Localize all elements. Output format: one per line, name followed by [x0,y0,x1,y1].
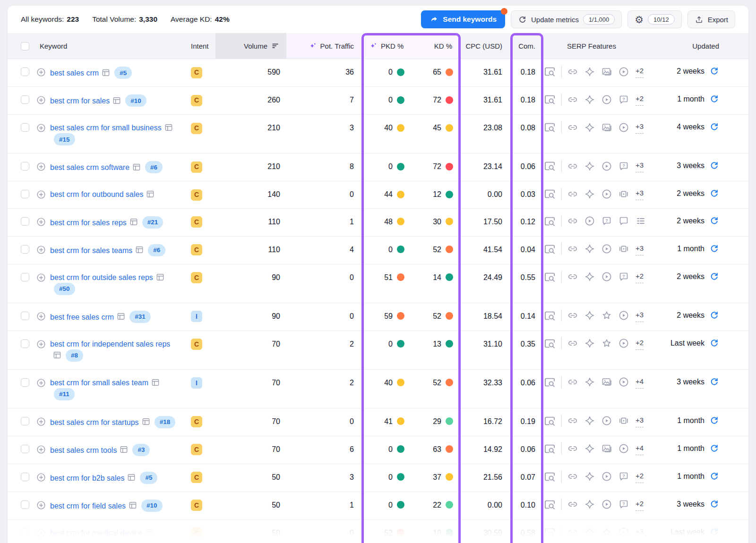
export-button[interactable]: Export [687,10,735,28]
add-keyword-icon[interactable] [36,189,46,200]
row-checkbox[interactable] [21,473,29,481]
row-checkbox[interactable] [21,339,29,348]
refresh-row-icon[interactable] [709,161,719,170]
add-keyword-icon[interactable] [36,339,46,349]
serp-snapshot-icon[interactable] [101,68,111,77]
col-intent[interactable]: Intent [184,33,215,59]
refresh-row-icon[interactable] [709,244,719,254]
send-keywords-button[interactable]: Send keywords [421,10,505,28]
col-kd[interactable]: KD % [411,33,461,59]
keyword-link[interactable]: best sales crm for small business [50,124,162,132]
add-keyword-icon[interactable] [36,416,46,427]
row-checkbox[interactable] [21,528,29,537]
add-keyword-icon[interactable] [36,123,46,133]
add-keyword-icon[interactable] [36,472,46,483]
serp-preview-icon[interactable] [543,442,556,455]
row-checkbox[interactable] [21,68,29,76]
row-checkbox[interactable] [21,417,29,425]
row-checkbox[interactable] [21,501,29,509]
refresh-row-icon[interactable] [709,66,719,76]
keyword-link[interactable]: best free sales crm [50,313,114,321]
add-keyword-icon[interactable] [36,161,46,172]
serp-snapshot-icon[interactable] [127,473,136,482]
serp-preview-icon[interactable] [543,271,556,283]
add-keyword-icon[interactable] [36,378,46,388]
serp-snapshot-icon[interactable] [112,96,121,105]
serp-preview-icon[interactable] [543,376,556,389]
refresh-row-icon[interactable] [709,471,719,481]
keyword-link[interactable]: best sales crm [50,69,99,77]
add-keyword-icon[interactable] [36,444,46,455]
serp-preview-icon[interactable] [543,337,556,350]
refresh-row-icon[interactable] [709,416,719,425]
keyword-link[interactable]: best crm for field sales [50,501,126,509]
serp-preview-icon[interactable] [543,215,556,228]
serp-snapshot-icon[interactable] [119,445,129,454]
col-cpc[interactable]: CPC (USD) [461,33,510,59]
serp-preview-icon[interactable] [543,526,556,539]
row-checkbox[interactable] [21,162,29,170]
keyword-link[interactable]: best crm for sales teams [50,246,132,254]
serp-preview-icon[interactable] [543,415,556,427]
col-volume[interactable]: Volume [215,33,286,59]
serp-preview-icon[interactable] [543,121,556,134]
keyword-link[interactable]: best crm for b2b sales [50,474,124,482]
refresh-row-icon[interactable] [709,94,719,104]
serp-preview-icon[interactable] [543,65,556,78]
serp-snapshot-icon[interactable] [128,501,137,510]
row-checkbox[interactable] [21,95,29,104]
add-keyword-icon[interactable] [36,528,46,538]
serp-snapshot-icon[interactable] [116,312,126,321]
serp-preview-icon[interactable] [543,498,556,511]
refresh-row-icon[interactable] [709,216,719,226]
serp-preview-icon[interactable] [543,243,556,255]
col-updated[interactable]: Updated [636,33,748,59]
serp-snapshot-icon[interactable] [129,217,138,227]
serp-preview-icon[interactable] [543,309,556,322]
keyword-link[interactable]: best crm for medical device [50,529,142,537]
serp-snapshot-icon[interactable] [164,123,173,132]
add-keyword-icon[interactable] [36,67,46,77]
row-checkbox[interactable] [21,378,29,387]
keyword-link[interactable]: best crm for sales [50,97,110,105]
serp-preview-icon[interactable] [543,160,556,172]
row-checkbox[interactable] [21,273,29,281]
refresh-row-icon[interactable] [709,122,719,132]
col-com[interactable]: Com. [510,33,543,59]
serp-snapshot-icon[interactable] [146,189,155,199]
keyword-link[interactable]: best sales crm tools [50,446,117,454]
refresh-row-icon[interactable] [709,310,719,320]
col-keyword[interactable]: Keyword [36,33,184,59]
serp-snapshot-icon[interactable] [151,378,160,387]
keyword-link[interactable]: best crm for independent sales reps [50,340,170,348]
add-keyword-icon[interactable] [36,95,46,105]
serp-snapshot-icon[interactable] [141,417,151,426]
keyword-link[interactable]: best crm for sales reps [50,218,127,226]
serp-snapshot-icon[interactable] [145,528,154,537]
serp-preview-icon[interactable] [543,187,556,200]
row-checkbox[interactable] [21,245,29,254]
keyword-link[interactable]: best crm for outbound sales [50,190,143,198]
refresh-row-icon[interactable] [709,338,719,348]
col-pkd[interactable]: PKD % [361,33,411,59]
row-checkbox[interactable] [21,312,29,320]
select-all-checkbox[interactable] [21,42,29,51]
serp-snapshot-icon[interactable] [155,272,165,282]
refresh-row-icon[interactable] [709,443,719,453]
serp-preview-icon[interactable] [543,93,556,106]
add-keyword-icon[interactable] [36,272,46,283]
row-checkbox[interactable] [21,190,29,198]
row-checkbox[interactable] [21,217,29,226]
keyword-link[interactable]: best crm for outside sales reps [50,273,153,281]
serp-preview-icon[interactable] [543,470,556,483]
serp-snapshot-icon[interactable] [132,162,141,172]
keyword-link[interactable]: best sales crm software [50,163,129,171]
keyword-link[interactable]: best sales crm for startups [50,418,139,426]
row-checkbox[interactable] [21,445,29,453]
refresh-row-icon[interactable] [709,272,719,281]
add-keyword-icon[interactable] [36,500,46,510]
add-keyword-icon[interactable] [36,217,46,227]
update-metrics-button[interactable]: Update metrics 1/1,000 [511,10,622,28]
refresh-row-icon[interactable] [709,188,719,198]
keyword-link[interactable]: best crm for small sales team [50,379,148,387]
